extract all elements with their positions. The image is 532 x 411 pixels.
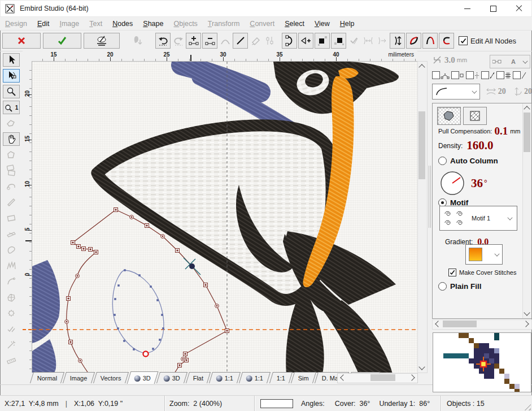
tab-image[interactable]: Image (63, 372, 95, 383)
scroll-up-icon[interactable] (525, 105, 529, 111)
menu-objects[interactable]: Objects (168, 19, 202, 29)
scroll-up-icon[interactable] (420, 63, 425, 70)
vscroll-thumb[interactable] (418, 111, 425, 179)
pull-compensation-value[interactable]: 0.1 (494, 125, 508, 137)
scroll-left-icon[interactable] (339, 375, 346, 380)
cancel-button[interactable] (2, 33, 41, 49)
menu-transform[interactable]: Transform (203, 19, 245, 29)
angle-value[interactable]: 36 (471, 176, 483, 191)
design-canvas[interactable] (32, 61, 417, 373)
menu-edit[interactable]: Edit (32, 19, 55, 29)
zigzag-tool[interactable] (3, 259, 20, 272)
close-button[interactable] (506, 0, 532, 17)
plain-fill-option[interactable]: Plain Fill (438, 282, 482, 291)
blob-tool[interactable] (3, 243, 20, 257)
delete-node-button[interactable] (202, 33, 217, 49)
arc-tool[interactable] (3, 275, 20, 288)
tab-flat[interactable]: Flat (186, 372, 211, 383)
option-slash-nodes-checkbox[interactable] (481, 71, 489, 79)
line-segment-button[interactable] (233, 33, 248, 49)
tab-1to1-a[interactable]: 1:1 (209, 372, 241, 383)
validate-nodes-tool[interactable] (3, 322, 20, 336)
add-node-button[interactable] (186, 33, 201, 49)
curve-type-dropdown[interactable] (432, 84, 480, 99)
node-mode-dropdown[interactable]: A (490, 55, 530, 68)
canvas-hscrollbar[interactable] (337, 373, 418, 383)
menu-image[interactable]: Image (54, 19, 84, 29)
panel-hscroll-thumb[interactable] (443, 321, 477, 327)
generate-stitches-button[interactable] (84, 33, 120, 49)
polygon-tool[interactable] (3, 148, 20, 162)
block-start-button[interactable] (315, 33, 330, 49)
hscroll-thumb[interactable] (370, 374, 395, 381)
scroll-left-icon[interactable] (434, 322, 441, 326)
thread-color-dropdown[interactable] (465, 244, 503, 265)
measure-tool[interactable] (3, 354, 20, 367)
select-tool[interactable] (3, 53, 20, 67)
make-cover-stitches-checkbox[interactable] (448, 269, 456, 276)
menu-shape[interactable]: Shape (138, 19, 168, 29)
menu-help[interactable]: Help (335, 19, 360, 29)
tab-normal[interactable]: Normal (30, 372, 65, 383)
tab-vectors[interactable]: Vectors (93, 372, 129, 383)
scroll-down-icon[interactable] (420, 365, 425, 371)
zoom-tool[interactable] (3, 85, 20, 98)
menu-nodes[interactable]: Nodes (107, 19, 138, 29)
magic-wand-tool[interactable] (3, 338, 20, 352)
c-curve-button[interactable] (439, 33, 454, 49)
plain-fill-radio[interactable] (438, 282, 447, 291)
angle-dial[interactable] (439, 170, 465, 196)
canvas-vscrollbar[interactable] (417, 61, 428, 373)
pan-tool[interactable] (3, 132, 20, 146)
tab-1to1-b[interactable]: 1:1 (239, 372, 271, 383)
scroll-right-icon[interactable] (524, 322, 530, 326)
motif-dropdown[interactable]: Motif 1 (439, 206, 517, 231)
edit-nodes-tool[interactable] (3, 69, 20, 83)
close-shape-button[interactable] (282, 33, 297, 49)
minimize-button[interactable] (454, 0, 480, 17)
apply-button[interactable] (43, 33, 81, 49)
option-hash-checkbox[interactable] (496, 71, 504, 79)
freehand-select-tool[interactable] (3, 116, 20, 130)
panel-vscroll-thumb[interactable] (524, 113, 530, 152)
mesh-tool[interactable] (3, 291, 20, 304)
menu-view[interactable]: View (309, 19, 335, 29)
menu-design[interactable]: Design (0, 19, 32, 29)
edit-all-nodes-checkbox[interactable] (459, 36, 468, 45)
menu-select[interactable]: Select (280, 19, 309, 29)
scroll-down-icon[interactable] (525, 310, 529, 316)
tab-3d-1[interactable]: 3D (127, 371, 158, 384)
arch-curve-button[interactable] (422, 33, 438, 49)
density-value[interactable]: 160.0 (466, 139, 493, 153)
start-point-marker[interactable] (143, 351, 148, 356)
make-cover-stitches-option[interactable]: Make Cover Stitches (448, 269, 516, 276)
undo-button[interactable] (155, 33, 171, 49)
column-height-button[interactable] (390, 33, 405, 49)
insert-node-button[interactable] (298, 33, 313, 49)
ribbon-tool[interactable] (3, 227, 20, 241)
gear-tool[interactable] (3, 306, 20, 320)
rectangle-tool[interactable] (3, 211, 20, 225)
shape-fill-toggle[interactable] (437, 107, 461, 125)
maximize-button[interactable] (480, 0, 506, 17)
scroll-right-icon[interactable] (409, 375, 416, 380)
auto-column-radio[interactable] (438, 157, 447, 165)
knife-tool[interactable] (3, 196, 20, 209)
block-end-button[interactable] (331, 33, 346, 49)
panel-splitter[interactable] (428, 61, 430, 372)
option-cross-checkbox[interactable] (466, 71, 474, 79)
tab-1to1-c[interactable]: 1:1 (269, 372, 293, 383)
vector-path[interactable] (67, 210, 116, 373)
selected-node[interactable] (184, 258, 200, 275)
panel-hscrollbar[interactable] (432, 319, 532, 330)
tab-sim[interactable]: Sim (291, 372, 316, 383)
menu-convert[interactable]: Convert (245, 19, 280, 29)
option-square-checkbox[interactable] (451, 71, 459, 79)
inner-path-nodes[interactable] (114, 269, 164, 351)
copy-stack-tool[interactable] (3, 164, 20, 178)
inner-vector-path[interactable] (112, 270, 164, 353)
zoom-preview-panel[interactable] (433, 332, 531, 392)
outline-node-tool[interactable] (3, 180, 20, 193)
lens-curve-button[interactable] (406, 33, 421, 49)
panel-vscrollbar[interactable] (522, 103, 531, 318)
